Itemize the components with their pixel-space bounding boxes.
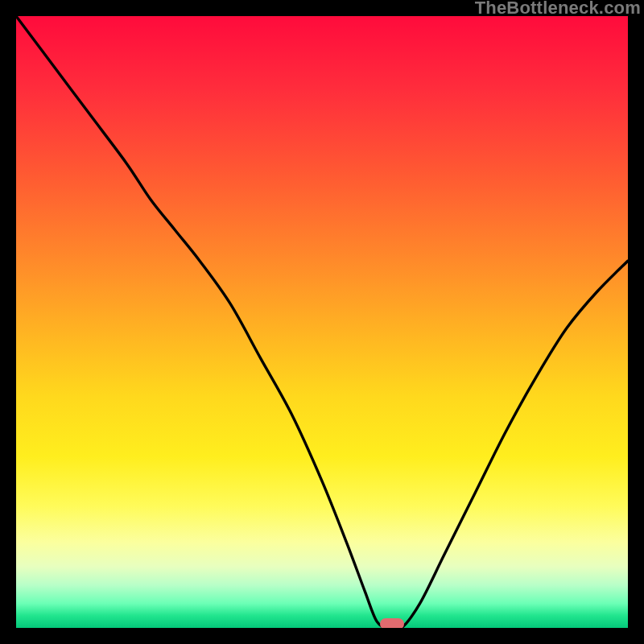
optimal-marker bbox=[380, 618, 404, 628]
chart-frame: TheBottleneck.com bbox=[0, 0, 644, 644]
plot-area bbox=[16, 16, 628, 628]
bottleneck-curve bbox=[16, 16, 628, 628]
curve-path bbox=[16, 16, 628, 628]
